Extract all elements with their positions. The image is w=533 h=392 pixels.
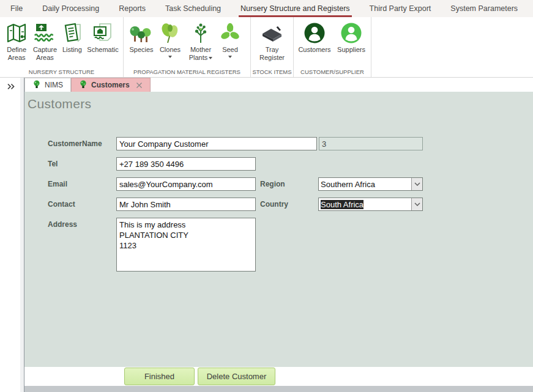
contact-label: Contact — [48, 200, 75, 209]
country-value: South Africa — [319, 200, 411, 209]
mother-plant-icon — [190, 20, 212, 46]
ribbon-button-species[interactable]: Species — [126, 19, 157, 54]
menu-file[interactable]: File — [9, 0, 24, 17]
ribbon-button-label: Listing — [62, 46, 82, 54]
capture-field-icon — [34, 20, 56, 46]
form-icon — [79, 80, 88, 91]
finished-button[interactable]: Finished — [124, 368, 195, 385]
ribbon-button-capture-areas[interactable]: Capture Areas — [31, 19, 59, 62]
ribbon-button-define-areas[interactable]: Define Areas — [2, 19, 31, 62]
seed-leaves-icon — [219, 20, 241, 46]
ribbon-button-tray-register[interactable]: Tray Register — [255, 19, 289, 62]
menu-nursery-structure-and-registers[interactable]: Nursery Structure and Registers — [239, 0, 352, 17]
ribbon-button-mother-plants[interactable]: Mother Plants — [184, 19, 218, 62]
chevron-down-icon[interactable] — [411, 178, 422, 190]
ribbon-button-label: Suppliers — [337, 46, 365, 54]
trees-icon — [129, 20, 154, 46]
ribbon-group-label: NURSERY STRUCTURE — [0, 68, 123, 77]
delete-customer-button[interactable]: Delete Customer — [198, 368, 275, 385]
ribbon: Define Areas Capture Areas Listing — [0, 17, 533, 78]
workspace: NIMS Customers Customers CustomerName — [0, 78, 533, 392]
ribbon-button-seed[interactable]: Seed — [218, 19, 242, 58]
ribbon-button-label: Mother Plants — [184, 46, 218, 62]
map-icon — [6, 20, 28, 46]
ribbon-button-schematic[interactable]: Schematic — [85, 19, 121, 54]
tel-label: Tel — [48, 160, 58, 168]
customer-name-label: CustomerName — [48, 139, 102, 148]
menu-daily-processing[interactable]: Daily Processing — [40, 0, 101, 17]
country-label: Country — [260, 200, 288, 209]
chevron-down-icon[interactable] — [411, 198, 422, 210]
tab-label: NIMS — [45, 81, 63, 89]
ribbon-button-label: Seed — [222, 46, 238, 54]
navigation-pane-collapsed — [0, 78, 24, 392]
document-tab-customers[interactable]: Customers — [71, 78, 151, 92]
document-tab-strip: NIMS Customers — [24, 78, 533, 92]
ribbon-button-listing[interactable]: Listing — [59, 19, 85, 54]
customer-name-input[interactable] — [116, 137, 317, 150]
tray-icon — [260, 20, 285, 46]
ribbon-button-label: Tray Register — [255, 46, 289, 62]
ribbon-group-propagation-material-registers: Species Clones Mother Plants — [124, 17, 251, 77]
application-window: File Daily Processing Reports Task Sched… — [0, 0, 533, 392]
email-input[interactable] — [116, 177, 256, 191]
ribbon-group-label: PROPAGATION MATERIAL REGISTERS — [124, 68, 250, 77]
ribbon-group-customer-supplier: Customers Suppliers CUSTOMER/SUPPLIER — [294, 17, 371, 77]
customers-form: Customers CustomerName Tel Email Region … — [24, 92, 533, 367]
customer-person-icon — [304, 20, 326, 46]
expand-nav-pane-icon[interactable] — [2, 81, 18, 92]
region-value: Southern Africa — [319, 180, 411, 189]
listing-icon — [61, 20, 83, 46]
menu-reports[interactable]: Reports — [117, 0, 147, 17]
ribbon-group-label: STOCK ITEMS — [251, 68, 293, 77]
ribbon-tab-bar: File Daily Processing Reports Task Sched… — [0, 0, 533, 17]
ribbon-button-label: Capture Areas — [31, 46, 59, 62]
form-button-bar: Finished Delete Customer — [24, 367, 533, 386]
ribbon-button-customers[interactable]: Customers — [296, 19, 333, 54]
menu-task-scheduling[interactable]: Task Scheduling — [163, 0, 223, 17]
clone-leaves-icon — [159, 20, 181, 46]
form-icon — [32, 80, 41, 91]
ribbon-group-stock-items: Tray Register STOCK ITEMS — [251, 17, 294, 77]
close-tab-icon[interactable] — [136, 82, 143, 89]
document-tab-nims[interactable]: NIMS — [24, 78, 71, 92]
schematic-icon — [92, 20, 114, 46]
status-strip — [24, 386, 533, 392]
ribbon-button-label: Customers — [298, 46, 330, 54]
ribbon-button-label: Species — [129, 46, 153, 54]
region-label: Region — [260, 180, 285, 188]
customer-id-field — [319, 137, 423, 150]
ribbon-button-label: Define Areas — [2, 46, 31, 62]
country-combobox[interactable]: South Africa — [318, 198, 423, 211]
document-area: NIMS Customers Customers CustomerName — [24, 78, 533, 392]
form-title: Customers — [28, 97, 91, 111]
menu-system-parameters[interactable]: System Parameters — [449, 0, 520, 17]
ribbon-button-suppliers[interactable]: Suppliers — [334, 19, 368, 54]
dropdown-arrow-icon — [168, 56, 172, 58]
menu-third-party-export[interactable]: Third Party Export — [368, 0, 433, 17]
contact-input[interactable] — [116, 198, 256, 211]
region-combobox[interactable]: Southern Africa — [318, 177, 423, 191]
dropdown-arrow-icon — [228, 56, 232, 58]
email-label: Email — [48, 180, 67, 188]
supplier-person-icon — [340, 20, 362, 46]
ribbon-group-nursery-structure: Define Areas Capture Areas Listing — [0, 17, 124, 77]
address-textarea[interactable]: This is my address PLANTATION CITY 1123 — [116, 218, 256, 272]
address-label: Address — [48, 220, 77, 229]
tab-label: Customers — [91, 81, 130, 89]
ribbon-group-label: CUSTOMER/SUPPLIER — [294, 68, 371, 77]
dropdown-arrow-icon — [209, 57, 212, 59]
ribbon-button-clones[interactable]: Clones — [157, 19, 184, 58]
ribbon-button-label: Schematic — [87, 46, 118, 54]
ribbon-button-label: Clones — [160, 46, 181, 54]
tel-input[interactable] — [116, 157, 256, 171]
